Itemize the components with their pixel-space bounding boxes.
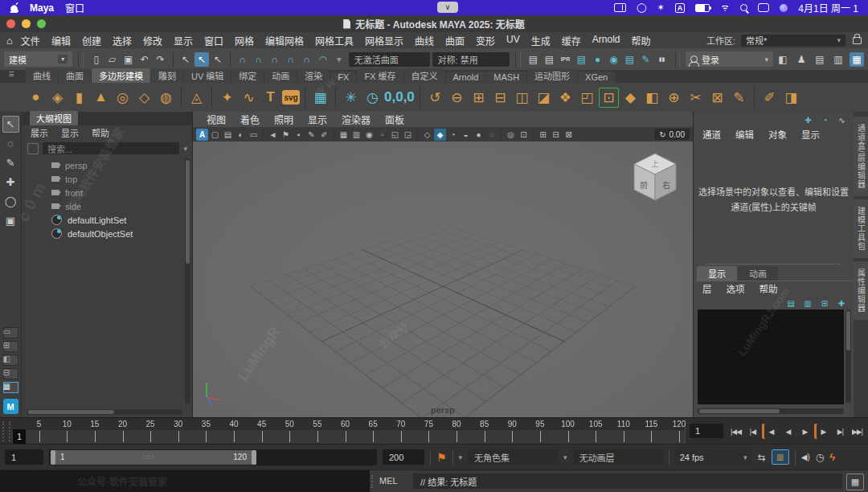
snapshot-paste-icon[interactable]: ⊟ [550,129,562,141]
mirror-icon[interactable]: ↺ [425,88,445,108]
attribute-editor-toggle-icon[interactable]: ▤ [813,52,827,67]
menu-显示[interactable]: 显示 [301,113,334,126]
speed-ramp-icon[interactable]: ◔ [820,115,830,125]
menu-显示[interactable]: 显示 [168,34,199,47]
menu-展示[interactable]: 展示 [24,126,55,139]
menu-显示[interactable]: 显示 [55,126,85,139]
range-grip[interactable]: ∷∷ [144,453,154,461]
menu-网格[interactable]: 网格 [229,34,260,47]
snapshot-swap-icon[interactable]: ⊠ [563,129,575,141]
menu-帮助[interactable]: 帮助 [752,282,785,295]
menu-帮助[interactable]: 帮助 [85,126,116,139]
chevron-down-icon[interactable]: ▾ [459,453,463,461]
isolate-select-icon[interactable]: ⊡ [518,129,530,141]
sign-in-dropdown[interactable]: 登录 ▾ [686,51,773,67]
snap-to-view-plane-icon[interactable]: ∩ [300,52,314,67]
bridge-icon[interactable]: ◧ [642,88,662,108]
origin-zero-icon[interactable]: 0,0,0 [384,88,415,108]
snap-options-icon[interactable]: ▾ [332,52,346,67]
menu-Arnold[interactable]: Arnold [587,34,626,47]
hud-toggle-icon[interactable]: ◉ [363,129,375,141]
menu-视图[interactable]: 视图 [199,113,233,126]
sidebar-tab-通道盒/层编辑器[interactable]: 通道盒/层编辑器 [854,117,868,196]
menu-网格工具[interactable]: 网格工具 [309,34,359,47]
tab-FX 缓存[interactable]: FX 缓存 [357,68,403,83]
xray-mode-icon[interactable]: ◎ [505,129,517,141]
apple-logo-icon[interactable] [10,2,18,13]
conform-icon[interactable]: ◫ [512,88,532,108]
tab-动画[interactable]: 动画 [738,266,778,281]
tab-雕刻[interactable]: 雕刻 [151,68,183,83]
outliner-horizontal-scrollbar[interactable] [27,409,182,415]
tab-绑定[interactable]: 绑定 [231,68,264,83]
outliner-vertical-scrollbar[interactable] [185,158,190,404]
step-back-frame-icon[interactable]: |◀ [745,424,760,439]
toolbar-grip[interactable] [78,51,84,68]
step-forward-key-icon[interactable]: ▶ [814,424,831,439]
camera-lock-icon[interactable]: ▪ [293,129,305,141]
macos-menu-window[interactable]: 窗口 [65,1,84,14]
menu-曲线[interactable]: 曲线 [409,34,440,47]
display-icon[interactable] [614,3,626,12]
tab-UV 编辑[interactable]: UV 编辑 [184,68,231,83]
poly-cylinder-icon[interactable]: ▮ [69,88,89,108]
svg-tool-icon[interactable]: svg [282,90,300,105]
shelf-menu-icon[interactable]: ☰ [8,71,14,78]
filter-icon[interactable] [27,143,39,154]
create-layer-from-selected-icon[interactable]: ✚ [836,297,847,309]
construction-plane-icon[interactable]: ✳ [341,88,361,108]
multi-cut-icon[interactable]: ✂ [686,88,706,108]
shape-status-icon[interactable]: ◯ [637,2,646,13]
play-forwards-icon[interactable]: ▶ [797,424,813,439]
snapshot-copy-icon[interactable]: ⊞ [537,129,549,141]
outliner-item-defaultObjectSet[interactable]: defaultObjectSet [23,227,184,240]
menu-编辑[interactable]: 编辑 [728,128,761,141]
2d-pan-zoom-icon[interactable]: ✐ [318,129,330,141]
motion-blur-icon[interactable]: ◌ [485,129,497,141]
menu-着色[interactable]: 着色 [233,113,267,126]
menu-选择[interactable]: 选择 [107,34,137,47]
search-input[interactable]: 搜索... [43,142,179,154]
bookmark-icon[interactable]: ⚑ [436,451,447,464]
script-editor-button[interactable]: ▦ [846,474,864,490]
layout-custom-icon[interactable]: ▦ [3,382,18,393]
workspace-dropdown[interactable]: 常规* ▾ [741,35,845,47]
playhead[interactable]: 1 [13,429,26,444]
tab-MASH[interactable]: MASH [486,72,526,83]
edit-edge-flow-icon[interactable]: ◨ [781,88,801,108]
menu-帮助[interactable]: 帮助 [625,34,656,47]
menu-创建[interactable]: 创建 [76,34,107,47]
minimize-window-button[interactable] [22,19,31,28]
redo-icon[interactable]: ↷ [154,52,168,67]
channel-graph-icon[interactable]: ∿ [837,115,847,125]
menu-层[interactable]: 层 [695,282,719,295]
snap-to-grid-icon[interactable]: ∩ [235,52,250,67]
select-object-icon[interactable]: ↖ [194,52,209,67]
refresh-icon[interactable]: ↻ [659,130,665,139]
platonic-solid-icon[interactable]: ◬ [186,88,207,108]
pause-viewport-icon[interactable]: ▮▮ [655,52,669,67]
outliner-tab[interactable]: 大纲视图 [30,111,78,125]
symmetry-field[interactable]: 对称: 禁用 [432,52,510,67]
current-frame-field[interactable]: 1 [690,424,723,438]
tool-settings-toggle-icon[interactable]: ▥ [831,52,845,67]
fps-dropdown[interactable]: 24 fps ▾ [675,449,752,465]
menu-生成[interactable]: 生成 [526,34,556,47]
menu-渲染器[interactable]: 渲染器 [334,113,378,126]
quad-draw-icon[interactable]: ✎ [729,88,749,108]
snap-to-point-icon[interactable]: ∩ [268,52,282,67]
layer-list-area[interactable] [698,310,844,404]
lasso-tool-icon[interactable]: ◌ [2,135,19,152]
time-marker-icon[interactable]: ◷ [362,88,383,108]
axis-toggle-icon[interactable]: ▫ [376,129,388,141]
wifi-icon[interactable] [720,4,730,11]
camera-attributes-icon[interactable]: ◄ [267,129,279,141]
search-icon[interactable] [740,4,747,11]
evaluation-runner-icon[interactable]: ϟ [829,451,835,463]
command-input[interactable] [0,470,370,492]
playblast-icon[interactable]: ▥ [772,449,789,465]
maya-badge[interactable]: M [3,399,18,414]
make-live-icon[interactable]: ◠ [316,52,330,67]
tab-曲面[interactable]: 曲面 [59,68,91,83]
film-gate-2-icon[interactable]: ▥ [350,129,362,141]
